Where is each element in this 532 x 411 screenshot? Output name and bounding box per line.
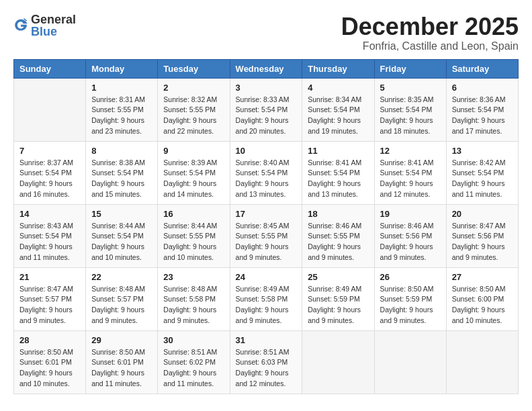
day-number: 13 [452,146,513,156]
day-number: 14 [19,209,80,219]
day-number: 21 [19,272,80,282]
calendar-cell: 8Sunrise: 8:38 AM Sunset: 5:54 PM Daylig… [86,141,158,204]
day-number: 19 [380,209,441,219]
day-info: Sunrise: 8:49 AM Sunset: 5:58 PM Dayligh… [236,284,297,326]
calendar-cell: 14Sunrise: 8:43 AM Sunset: 5:54 PM Dayli… [14,204,86,267]
calendar: SundayMondayTuesdayWednesdayThursdayFrid… [13,59,519,394]
day-number: 10 [236,146,297,156]
calendar-cell: 21Sunrise: 8:47 AM Sunset: 5:57 PM Dayli… [14,267,86,330]
calendar-cell: 15Sunrise: 8:44 AM Sunset: 5:54 PM Dayli… [86,204,158,267]
calendar-cell [302,330,374,394]
day-number: 31 [236,335,297,345]
day-info: Sunrise: 8:35 AM Sunset: 5:54 PM Dayligh… [380,95,441,137]
day-number: 5 [380,83,441,93]
day-info: Sunrise: 8:51 AM Sunset: 6:03 PM Dayligh… [236,347,297,390]
day-info: Sunrise: 8:39 AM Sunset: 5:54 PM Dayligh… [163,158,224,200]
day-info: Sunrise: 8:47 AM Sunset: 5:56 PM Dayligh… [452,221,513,263]
day-header-monday: Monday [86,59,158,78]
calendar-cell: 4Sunrise: 8:34 AM Sunset: 5:54 PM Daylig… [302,78,374,141]
day-header-friday: Friday [374,59,446,78]
calendar-cell: 24Sunrise: 8:49 AM Sunset: 5:58 PM Dayli… [230,267,302,330]
day-header-tuesday: Tuesday [158,59,230,78]
calendar-cell: 28Sunrise: 8:50 AM Sunset: 6:01 PM Dayli… [14,330,86,394]
day-number: 9 [163,146,224,156]
day-number: 28 [19,335,80,345]
calendar-cell: 23Sunrise: 8:48 AM Sunset: 5:58 PM Dayli… [158,267,230,330]
day-info: Sunrise: 8:50 AM Sunset: 5:59 PM Dayligh… [380,284,441,326]
day-header-saturday: Saturday [446,59,518,78]
day-info: Sunrise: 8:42 AM Sunset: 5:54 PM Dayligh… [452,158,513,200]
calendar-cell: 17Sunrise: 8:45 AM Sunset: 5:55 PM Dayli… [230,204,302,267]
day-info: Sunrise: 8:46 AM Sunset: 5:55 PM Dayligh… [308,221,368,263]
day-info: Sunrise: 8:49 AM Sunset: 5:59 PM Dayligh… [308,284,368,326]
day-info: Sunrise: 8:47 AM Sunset: 5:57 PM Dayligh… [19,284,80,326]
day-header-wednesday: Wednesday [230,59,302,78]
day-number: 25 [308,272,368,282]
calendar-cell: 12Sunrise: 8:41 AM Sunset: 5:54 PM Dayli… [374,141,446,204]
calendar-cell: 16Sunrise: 8:44 AM Sunset: 5:55 PM Dayli… [158,204,230,267]
day-info: Sunrise: 8:40 AM Sunset: 5:54 PM Dayligh… [236,158,297,200]
calendar-cell: 11Sunrise: 8:41 AM Sunset: 5:54 PM Dayli… [302,141,374,204]
title-area: December 2025 Fonfria, Castille and Leon… [341,13,519,52]
subtitle: Fonfria, Castille and Leon, Spain [341,40,519,52]
logo-blue: Blue [31,26,76,38]
day-info: Sunrise: 8:33 AM Sunset: 5:54 PM Dayligh… [236,95,297,137]
day-number: 29 [91,335,152,345]
day-number: 8 [91,146,152,156]
logo-general: General [31,13,76,26]
day-info: Sunrise: 8:50 AM Sunset: 6:01 PM Dayligh… [91,347,152,390]
calendar-cell: 22Sunrise: 8:48 AM Sunset: 5:57 PM Dayli… [86,267,158,330]
day-info: Sunrise: 8:37 AM Sunset: 5:54 PM Dayligh… [19,158,80,200]
week-row-0: 1Sunrise: 8:31 AM Sunset: 5:55 PM Daylig… [14,78,519,141]
day-number: 11 [308,146,368,156]
day-number: 27 [452,272,513,282]
week-row-1: 7Sunrise: 8:37 AM Sunset: 5:54 PM Daylig… [14,141,519,204]
day-info: Sunrise: 8:44 AM Sunset: 5:54 PM Dayligh… [91,221,152,263]
day-info: Sunrise: 8:41 AM Sunset: 5:54 PM Dayligh… [380,158,441,200]
day-header-sunday: Sunday [14,59,86,78]
day-info: Sunrise: 8:44 AM Sunset: 5:55 PM Dayligh… [163,221,224,263]
day-info: Sunrise: 8:41 AM Sunset: 5:54 PM Dayligh… [308,158,368,200]
day-info: Sunrise: 8:36 AM Sunset: 5:54 PM Dayligh… [452,95,513,137]
day-number: 6 [452,83,513,93]
day-info: Sunrise: 8:50 AM Sunset: 6:00 PM Dayligh… [452,284,513,326]
calendar-cell: 9Sunrise: 8:39 AM Sunset: 5:54 PM Daylig… [158,141,230,204]
day-number: 15 [91,209,152,219]
calendar-cell: 25Sunrise: 8:49 AM Sunset: 5:59 PM Dayli… [302,267,374,330]
day-number: 2 [163,83,224,93]
calendar-cell: 1Sunrise: 8:31 AM Sunset: 5:55 PM Daylig… [86,78,158,141]
logo: General Blue [13,13,76,38]
calendar-cell: 5Sunrise: 8:35 AM Sunset: 5:54 PM Daylig… [374,78,446,141]
day-info: Sunrise: 8:32 AM Sunset: 5:55 PM Dayligh… [163,95,224,137]
calendar-cell [374,330,446,394]
calendar-cell: 27Sunrise: 8:50 AM Sunset: 6:00 PM Dayli… [446,267,518,330]
calendar-cell [446,330,518,394]
calendar-cell: 26Sunrise: 8:50 AM Sunset: 5:59 PM Dayli… [374,267,446,330]
day-number: 18 [308,209,368,219]
day-number: 1 [91,83,152,93]
day-info: Sunrise: 8:51 AM Sunset: 6:02 PM Dayligh… [163,347,224,390]
day-number: 12 [380,146,441,156]
day-info: Sunrise: 8:48 AM Sunset: 5:57 PM Dayligh… [91,284,152,326]
day-number: 24 [236,272,297,282]
day-number: 4 [308,83,368,93]
day-info: Sunrise: 8:50 AM Sunset: 6:01 PM Dayligh… [19,347,80,390]
day-number: 7 [19,146,80,156]
calendar-header-row: SundayMondayTuesdayWednesdayThursdayFrid… [14,59,519,78]
day-number: 17 [236,209,297,219]
week-row-4: 28Sunrise: 8:50 AM Sunset: 6:01 PM Dayli… [14,330,519,394]
day-number: 30 [163,335,224,345]
week-row-3: 21Sunrise: 8:47 AM Sunset: 5:57 PM Dayli… [14,267,519,330]
calendar-cell: 6Sunrise: 8:36 AM Sunset: 5:54 PM Daylig… [446,78,518,141]
day-info: Sunrise: 8:48 AM Sunset: 5:58 PM Dayligh… [163,284,224,326]
logo-icon [13,17,28,32]
header: General Blue December 2025 Fonfria, Cast… [13,13,519,52]
day-number: 23 [163,272,224,282]
main-title: December 2025 [341,13,519,40]
calendar-cell: 3Sunrise: 8:33 AM Sunset: 5:54 PM Daylig… [230,78,302,141]
calendar-cell [14,78,86,141]
day-number: 22 [91,272,152,282]
calendar-cell: 29Sunrise: 8:50 AM Sunset: 6:01 PM Dayli… [86,330,158,394]
day-number: 26 [380,272,441,282]
week-row-2: 14Sunrise: 8:43 AM Sunset: 5:54 PM Dayli… [14,204,519,267]
